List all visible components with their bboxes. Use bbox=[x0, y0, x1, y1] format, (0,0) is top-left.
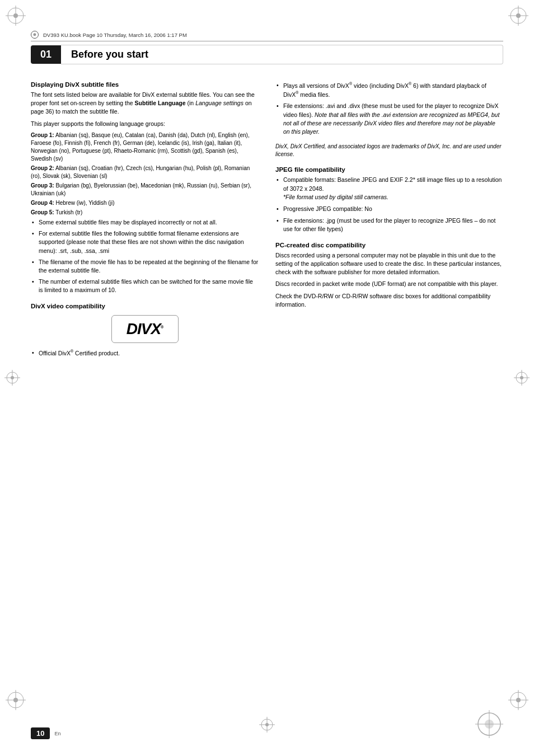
pc-disc-para3: Check the DVD-R/RW or CD-R/RW software d… bbox=[275, 292, 503, 309]
main-content: Displaying DivX subtitle files The font … bbox=[31, 81, 503, 689]
corner-mark-tr bbox=[507, 4, 530, 27]
svg-point-15 bbox=[516, 698, 521, 702]
divx-right-bullets: Plays all versions of DivX® video (inclu… bbox=[275, 81, 503, 136]
bottom-center-mark bbox=[259, 717, 275, 734]
svg-point-11 bbox=[13, 698, 18, 702]
section-displaying-title: Displaying DivX subtitle files bbox=[31, 81, 259, 88]
group2: Group 2: Albanian (sq), Croatian (hr), C… bbox=[31, 165, 259, 180]
displaying-para2: This player supports the following langu… bbox=[31, 120, 259, 128]
subtitle-bullets: Some external subtitle files may be disp… bbox=[31, 218, 259, 295]
meta-bar: ⊕ DV393 KU.book Page 10 Thursday, March … bbox=[31, 31, 503, 41]
bullet-2: For external subtitle files the followin… bbox=[31, 229, 259, 255]
displaying-subtitle-lang-bold: Subtitle Language bbox=[135, 100, 186, 106]
chapter-header: 01 Before you start bbox=[31, 45, 503, 64]
divx-bullet-2: File extensions: .avi and .divx (these m… bbox=[275, 102, 503, 136]
corner-mark-tl bbox=[4, 4, 27, 27]
svg-point-7 bbox=[516, 13, 521, 18]
group1: Group 1: Albanian (sq), Basque (eu), Cat… bbox=[31, 132, 259, 163]
svg-point-3 bbox=[13, 13, 18, 18]
divx-certified-bullet: Official DivX® Certified product. bbox=[31, 349, 259, 358]
jpeg-section: JPEG file compatibility Compatible forma… bbox=[275, 166, 503, 233]
jpeg-bullets: Compatible formats: Baseline JPEG and EX… bbox=[275, 176, 503, 233]
pc-disc-title: PC-created disc compatibility bbox=[275, 242, 503, 248]
svg-point-27 bbox=[265, 723, 269, 726]
jpeg-bullet-2: Progressive JPEG compatible: No bbox=[275, 205, 503, 213]
divx-trademark: DivX, DivX Certified, and associated log… bbox=[275, 143, 503, 158]
corner-mark-br bbox=[507, 689, 530, 711]
bullet-1: Some external subtitle files may be disp… bbox=[31, 218, 259, 227]
chapter-number: 01 bbox=[31, 45, 61, 64]
left-column: Displaying DivX subtitle files The font … bbox=[31, 81, 259, 689]
page-number: 10 bbox=[31, 727, 50, 739]
divx-bullet-1: Plays all versions of DivX® video (inclu… bbox=[275, 81, 503, 98]
divx-video-title: DivX video compatibility bbox=[31, 303, 259, 309]
mid-mark-left bbox=[4, 370, 20, 387]
mid-mark-right bbox=[514, 370, 530, 387]
divx-video-section: DivX video compatibility DIVX® Official … bbox=[31, 303, 259, 358]
bottom-right-deco bbox=[475, 710, 503, 739]
svg-point-19 bbox=[11, 376, 14, 379]
group5: Group 5: Turkish (tr) bbox=[31, 209, 259, 217]
displaying-para1-text2: (in bbox=[186, 100, 196, 106]
group4: Group 4: Hebrew (iw), Yiddish (ji) bbox=[31, 199, 259, 207]
right-column: Plays all versions of DivX® video (inclu… bbox=[275, 81, 503, 689]
bullet-3: The filename of the movie file has to be… bbox=[31, 258, 259, 275]
chapter-title: Before you start bbox=[61, 45, 503, 64]
page-footer: 10 En bbox=[31, 727, 60, 739]
jpeg-bullet-1: Compatible formats: Baseline JPEG and EX… bbox=[275, 176, 503, 201]
displaying-para1: The font sets listed below are available… bbox=[31, 91, 259, 116]
official-divx-bullet: Official DivX® Certified product. bbox=[31, 349, 259, 358]
language-groups: Group 1: Albanian (sq), Basque (eu), Cat… bbox=[31, 132, 259, 217]
jpeg-bullet-3: File extensions: .jpg (must be used for … bbox=[275, 217, 503, 233]
displaying-lang-settings-italic: Language settings bbox=[195, 100, 243, 106]
pc-disc-para2: Discs recorded in packet write mode (UDF… bbox=[275, 280, 503, 288]
language-label: En bbox=[54, 731, 60, 736]
bullet-4: The number of external subtitle files wh… bbox=[31, 278, 259, 294]
divx-logo: DIVX® bbox=[127, 320, 163, 338]
pc-disc-section: PC-created disc compatibility Discs reco… bbox=[275, 242, 503, 309]
svg-point-23 bbox=[520, 376, 523, 379]
pc-disc-para1: Discs recorded using a personal computer… bbox=[275, 251, 503, 277]
meta-book-info: DV393 KU.book Page 10 Thursday, March 16… bbox=[43, 32, 187, 38]
corner-mark-bl bbox=[4, 689, 27, 711]
group3: Group 3: Bulgarian (bg), Byelorussian (b… bbox=[31, 182, 259, 198]
jpeg-title: JPEG file compatibility bbox=[275, 166, 503, 173]
divx-logo-box: DIVX® bbox=[111, 315, 179, 343]
meta-circle-icon: ⊕ bbox=[31, 31, 39, 39]
